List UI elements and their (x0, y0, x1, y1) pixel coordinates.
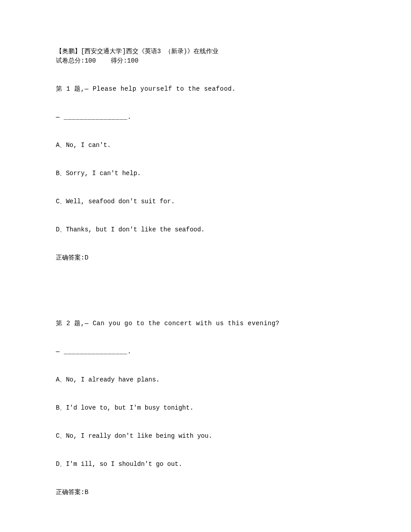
q2-answer: 正确答案:B (56, 488, 360, 497)
q2-option-d: D、I'm ill, so I shouldn't go out. (56, 460, 360, 469)
q2-prompt1: 第 2 题,— Can you go to the concert with u… (56, 319, 360, 328)
document-header: 【奥鹏】[西安交通大学]西交《英语3 （新录)》在线作业 (56, 47, 360, 56)
score-line: 试卷总分:100 得分:100 (56, 56, 360, 66)
q1-prompt1: 第 1 题,— Please help yourself to the seaf… (56, 84, 360, 94)
q1-answer: 正确答案:D (56, 253, 360, 263)
q1-option-a: A、No, I can't. (56, 141, 360, 150)
q1-option-c: C、Well, seafood don't suit for. (56, 197, 360, 206)
q2-option-c: C、No, I really don't like being with you… (56, 431, 360, 441)
q1-option-b: B、Sorry, I can't help. (56, 169, 360, 178)
question-1: 第 1 题,— Please help yourself to the seaf… (56, 66, 360, 281)
q2-option-b: B、I'd love to, but I'm busy tonight. (56, 403, 360, 413)
q2-option-a: A、No, I already have plans. (56, 375, 360, 385)
q2-prompt2: — ________________. (56, 347, 360, 356)
question-2: 第 2 题,— Can you go to the concert with u… (56, 300, 360, 516)
q1-prompt2: — ________________. (56, 113, 360, 122)
q1-option-d: D、Thanks, but I don't like the seafood. (56, 225, 360, 235)
